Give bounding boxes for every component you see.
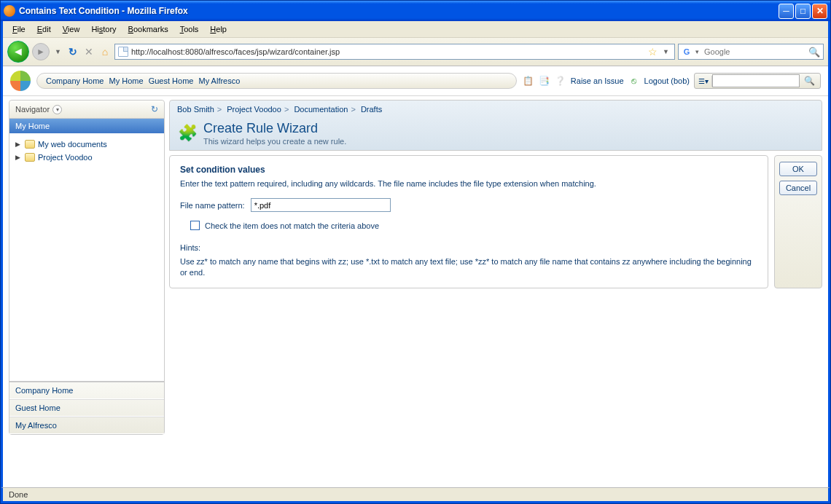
- crumb-drafts[interactable]: Drafts: [361, 105, 382, 114]
- tree-item-web-documents[interactable]: ▶ My web documents: [12, 138, 161, 151]
- quick-link-company-home[interactable]: Company Home: [9, 382, 164, 399]
- navigator-dropdown-icon[interactable]: ▾: [52, 105, 62, 114]
- tree-item-project-voodoo[interactable]: ▶ Project Voodoo: [12, 151, 161, 164]
- app-header: Company Home My Home Guest Home My Alfre…: [3, 66, 828, 96]
- hints-text: Use zz* to match any name that begins wi…: [180, 256, 757, 279]
- page-icon: [118, 47, 128, 57]
- section-description: Enter the text pattern required, includi…: [180, 179, 757, 188]
- menu-history[interactable]: History: [86, 23, 121, 36]
- invert-match-checkbox[interactable]: [190, 221, 200, 230]
- status-text: Done: [9, 490, 28, 499]
- menu-file[interactable]: File: [7, 23, 31, 36]
- expand-icon[interactable]: ▶: [15, 154, 20, 161]
- ok-button[interactable]: OK: [779, 162, 817, 176]
- tree-item-label: Project Voodoo: [38, 153, 93, 162]
- menu-help[interactable]: Help: [205, 23, 232, 36]
- wizard-title: Create Rule Wizard: [203, 121, 346, 136]
- navigator-current-location[interactable]: My Home: [9, 119, 164, 133]
- navigator-quick-links: Company Home Guest Home My Alfresco: [9, 381, 164, 434]
- menu-view[interactable]: View: [58, 23, 85, 36]
- menu-bookmarks[interactable]: Bookmarks: [123, 23, 173, 36]
- nav-company-home[interactable]: Company Home: [46, 76, 104, 85]
- help-icon[interactable]: ❔: [555, 75, 566, 87]
- nav-my-alfresco[interactable]: My Alfresco: [198, 76, 240, 85]
- app-search-go-icon[interactable]: 🔍: [800, 76, 819, 86]
- search-bar[interactable]: G ▾ 🔍: [678, 44, 824, 60]
- tree-item-label: My web documents: [38, 140, 107, 149]
- folder-icon: [25, 140, 35, 149]
- search-go-icon[interactable]: 🔍: [808, 47, 820, 58]
- shelf-icon[interactable]: 📑: [539, 75, 550, 87]
- expand-icon[interactable]: ▶: [15, 141, 20, 148]
- section-title: Set condition values: [180, 165, 757, 175]
- wizard-subtitle: This wizard helps you create a new rule.: [203, 137, 346, 146]
- firefox-icon: [4, 5, 15, 17]
- crumb-bob-smith[interactable]: Bob Smith: [177, 105, 214, 114]
- clipboard-icon[interactable]: 📋: [523, 75, 534, 87]
- maximize-button[interactable]: □: [795, 4, 811, 19]
- app-search-input[interactable]: [712, 74, 800, 87]
- folder-icon: [25, 153, 35, 162]
- search-engine-dropdown[interactable]: ▾: [693, 48, 701, 55]
- quick-link-guest-home[interactable]: Guest Home: [9, 399, 164, 417]
- menu-tools[interactable]: Tools: [175, 23, 204, 36]
- invert-match-label: Check the item does not match the criter…: [205, 221, 379, 230]
- bookmark-star-icon[interactable]: ☆: [648, 46, 658, 58]
- main-header: Bob Smith> Project Voodoo> Documentation…: [169, 100, 822, 151]
- navigator-tree: ▶ My web documents ▶ Project Voodoo: [9, 133, 164, 381]
- stop-icon[interactable]: ✕: [82, 45, 95, 58]
- back-button[interactable]: ◄: [7, 41, 29, 63]
- logout-icon[interactable]: ⎋: [628, 75, 640, 87]
- google-icon[interactable]: G: [682, 47, 692, 57]
- pattern-label: File name pattern:: [180, 201, 245, 210]
- cancel-button[interactable]: Cancel: [779, 181, 817, 195]
- wizard-icon: 🧩: [177, 123, 198, 143]
- raise-issue-link[interactable]: Raise an Issue: [571, 76, 624, 85]
- alfresco-logo-icon: [10, 71, 31, 91]
- action-buttons: OK Cancel: [774, 155, 822, 288]
- url-dropdown[interactable]: ▼: [660, 48, 671, 55]
- navigator-refresh-icon[interactable]: ↻: [151, 104, 158, 114]
- logout-link[interactable]: Logout (bob): [644, 76, 690, 85]
- crumb-project-voodoo[interactable]: Project Voodoo: [227, 105, 281, 114]
- crumb-documentation[interactable]: Documentation: [294, 105, 348, 114]
- search-input[interactable]: [704, 47, 805, 56]
- quick-link-my-alfresco[interactable]: My Alfresco: [9, 417, 164, 434]
- reload-icon[interactable]: ↻: [66, 45, 79, 58]
- close-button[interactable]: ✕: [812, 4, 827, 19]
- condition-form: Set condition values Enter the text patt…: [169, 155, 768, 288]
- hints-title: Hints:: [180, 243, 757, 252]
- window-title: Contains Text Condition - Mozilla Firefo…: [19, 6, 779, 16]
- nav-my-home[interactable]: My Home: [109, 76, 144, 85]
- forward-button[interactable]: ►: [32, 43, 50, 60]
- app-primary-nav: Company Home My Home Guest Home My Alfre…: [36, 73, 517, 89]
- menu-edit[interactable]: Edit: [32, 23, 56, 36]
- status-bar: Done: [1, 487, 830, 503]
- navigator-title: Navigator: [15, 105, 50, 114]
- minimize-button[interactable]: ─: [779, 4, 794, 19]
- nav-guest-home[interactable]: Guest Home: [149, 76, 194, 85]
- home-icon[interactable]: ⌂: [98, 45, 112, 58]
- url-bar[interactable]: ☆ ▼: [114, 44, 675, 60]
- app-search: ☰▾ 🔍: [694, 73, 821, 89]
- search-options-icon[interactable]: ☰▾: [695, 76, 712, 87]
- menubar: File Edit View History Bookmarks Tools H…: [3, 21, 828, 38]
- breadcrumb: Bob Smith> Project Voodoo> Documentation…: [177, 105, 814, 114]
- window-titlebar: Contains Text Condition - Mozilla Firefo…: [1, 1, 830, 21]
- navigator-panel: Navigator ▾ ↻ My Home ▶ My web documents…: [9, 100, 165, 435]
- file-name-pattern-input[interactable]: [251, 198, 391, 212]
- browser-toolbar: ◄ ► ▼ ↻ ✕ ⌂ ☆ ▼ G ▾ 🔍: [3, 38, 828, 66]
- url-input[interactable]: [131, 47, 645, 56]
- history-dropdown[interactable]: ▼: [52, 48, 63, 55]
